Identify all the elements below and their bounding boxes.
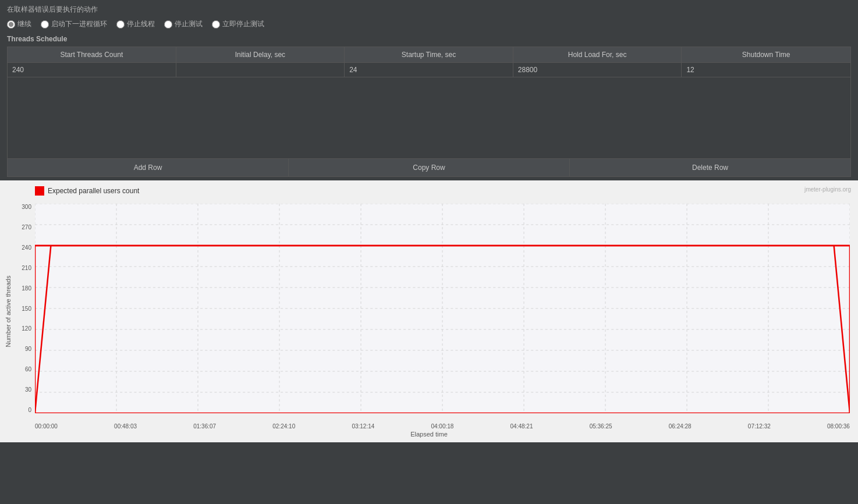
top-section: 在取样器错误后要执行的动作 继续 启动下一进程循环 停止线程 停止测试 立即停止… (0, 0, 858, 180)
copy-row-button[interactable]: Copy Row (289, 159, 570, 176)
chart-svg (35, 204, 850, 413)
x-tick-1: 00:48:03 (114, 423, 137, 430)
buttons-row: Add Row Copy Row Delete Row (8, 158, 850, 176)
col-header-hold-load: Hold Load For, sec (513, 47, 682, 62)
y-tick-60: 60 (5, 366, 31, 372)
table-body: 240 24 28800 12 (8, 62, 850, 158)
x-axis-label: Elapsed time (410, 431, 448, 438)
x-tick-3: 02:24:10 (272, 423, 295, 430)
table-header: Start Threads Count Initial Delay, sec S… (8, 47, 850, 62)
y-tick-210: 210 (5, 265, 31, 271)
x-tick-7: 05:36:25 (590, 423, 612, 430)
cell-shutdown: 12 (682, 63, 850, 77)
radio-group: 继续 启动下一进程循环 停止线程 停止测试 立即停止测试 (7, 19, 851, 29)
x-tick-8: 06:24:28 (669, 423, 692, 430)
threads-schedule-table: Start Threads Count Initial Delay, sec S… (7, 47, 851, 177)
x-tick-labels: 00:00:00 00:48:03 01:36:07 02:24:10 03:1… (35, 423, 850, 430)
cell-initial-delay (176, 63, 345, 77)
jmeter-credit: jmeter-plugins.org (804, 186, 851, 193)
radio-start-next[interactable]: 启动下一进程循环 (41, 19, 107, 29)
cell-start-threads: 240 (8, 63, 176, 77)
delete-row-button[interactable]: Delete Row (570, 159, 850, 176)
cell-hold-load: 28800 (513, 63, 682, 77)
chart-area (35, 204, 850, 413)
y-tick-270: 270 (5, 224, 31, 230)
radio-stop-now[interactable]: 立即停止测试 (212, 19, 264, 29)
x-tick-10: 08:00:36 (827, 423, 850, 430)
y-axis-label: Number of active threads (5, 276, 12, 347)
col-header-startup-time: Startup Time, sec (345, 47, 513, 62)
chart-container: Expected parallel users count jmeter-plu… (0, 180, 858, 442)
y-tick-300: 300 (5, 204, 31, 210)
radio-stop-thread[interactable]: 停止线程 (116, 19, 155, 29)
add-row-button[interactable]: Add Row (8, 159, 289, 176)
y-tick-30: 30 (5, 386, 31, 393)
x-tick-6: 04:48:21 (510, 423, 533, 430)
radio-continue[interactable]: 继续 (7, 19, 31, 29)
col-header-shutdown: Shutdown Time (682, 47, 850, 62)
x-tick-9: 07:12:32 (748, 423, 771, 430)
legend-color-box (35, 186, 44, 196)
x-tick-5: 04:00:18 (431, 423, 453, 430)
y-tick-240: 240 (5, 244, 31, 251)
col-header-start-threads: Start Threads Count (8, 47, 176, 62)
x-tick-2: 01:36:07 (193, 423, 216, 430)
x-tick-0: 00:00:00 (35, 423, 58, 430)
radio-stop-test[interactable]: 停止测试 (164, 19, 203, 29)
legend-label: Expected parallel users count (48, 187, 139, 195)
x-tick-4: 03:12:14 (352, 423, 374, 430)
table-row[interactable]: 240 24 28800 12 (8, 62, 850, 77)
chart-legend: Expected parallel users count (35, 186, 139, 196)
cell-startup-time: 24 (345, 63, 513, 77)
y-tick-0: 0 (5, 407, 31, 413)
empty-rows (8, 77, 850, 158)
threads-schedule-label: Threads Schedule (7, 35, 851, 43)
col-header-initial-delay: Initial Delay, sec (176, 47, 345, 62)
error-action-label: 在取样器错误后要执行的动作 (7, 5, 851, 15)
